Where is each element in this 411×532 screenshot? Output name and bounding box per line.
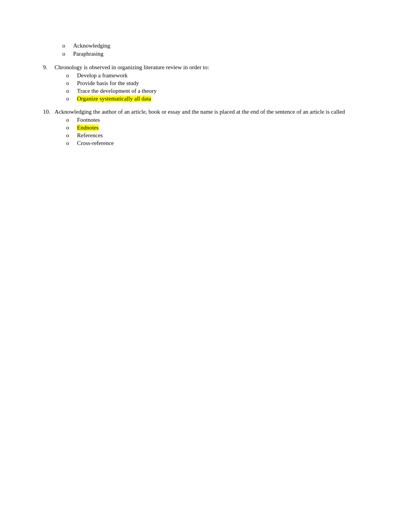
intro-item-text: Paraphrasing bbox=[73, 51, 103, 57]
sub-bullet: o bbox=[66, 95, 74, 102]
question-content: Chronology is observed in organizing lit… bbox=[55, 64, 380, 103]
sub-list-item: oProvide basis for the study bbox=[66, 80, 380, 87]
sub-item-text: Endnotes bbox=[77, 124, 99, 131]
sub-list-item: oCross-reference bbox=[66, 140, 380, 147]
sub-list-item: oDevelop a framework bbox=[66, 72, 380, 79]
sub-item-text: Organize systematically all data bbox=[77, 95, 151, 102]
sub-bullet: o bbox=[66, 132, 74, 139]
sub-item-text: Trace the development of a theory bbox=[77, 88, 157, 94]
sub-list-item: oTrace the development of a theory bbox=[66, 88, 380, 94]
sub-list-item: oReferences bbox=[66, 132, 380, 139]
sub-list-item: oEndnotes bbox=[66, 124, 380, 131]
sub-bullet: o bbox=[66, 88, 74, 94]
sub-list-item: oOrganize systematically all data bbox=[66, 95, 380, 102]
sub-item-text: Cross-reference bbox=[77, 140, 114, 147]
sub-list-item: oFootnotes bbox=[66, 117, 380, 123]
sub-bullet: o bbox=[66, 117, 74, 123]
content-area: oAcknowledgingoParaphrasing 9.Chronology… bbox=[31, 23, 380, 148]
bullet: o bbox=[62, 51, 70, 57]
sub-item-text: Footnotes bbox=[77, 117, 100, 123]
sub-item-text: References bbox=[77, 132, 103, 139]
question-content: Acknowledging the author of an article, … bbox=[55, 109, 380, 148]
sub-bullet: o bbox=[66, 124, 74, 131]
question-number: 10. bbox=[43, 109, 55, 115]
bullet: o bbox=[62, 43, 70, 49]
intro-list-item: oParaphrasing bbox=[62, 51, 380, 57]
question-number: 9. bbox=[43, 64, 55, 71]
sub-list: oDevelop a frameworkoProvide basis for t… bbox=[55, 72, 380, 102]
sub-item-text: Develop a framework bbox=[77, 72, 128, 79]
intro-list: oAcknowledgingoParaphrasing bbox=[31, 43, 380, 57]
question-main-text: Chronology is observed in organizing lit… bbox=[55, 64, 380, 71]
intro-item-text: Acknowledging bbox=[73, 43, 110, 49]
sub-bullet: o bbox=[66, 72, 74, 79]
sub-item-text: Provide basis for the study bbox=[77, 80, 139, 87]
numbered-list: 9.Chronology is observed in organizing l… bbox=[31, 64, 380, 148]
question-item-2: 10.Acknowledging the author of an articl… bbox=[43, 109, 380, 148]
sub-bullet: o bbox=[66, 80, 74, 87]
question-main-text: Acknowledging the author of an article, … bbox=[55, 109, 380, 115]
sub-bullet: o bbox=[66, 140, 74, 147]
sub-list: oFootnotesoEndnotesoReferencesoCross-ref… bbox=[55, 117, 380, 147]
question-item-1: 9.Chronology is observed in organizing l… bbox=[43, 64, 380, 103]
intro-list-item: oAcknowledging bbox=[62, 43, 380, 49]
